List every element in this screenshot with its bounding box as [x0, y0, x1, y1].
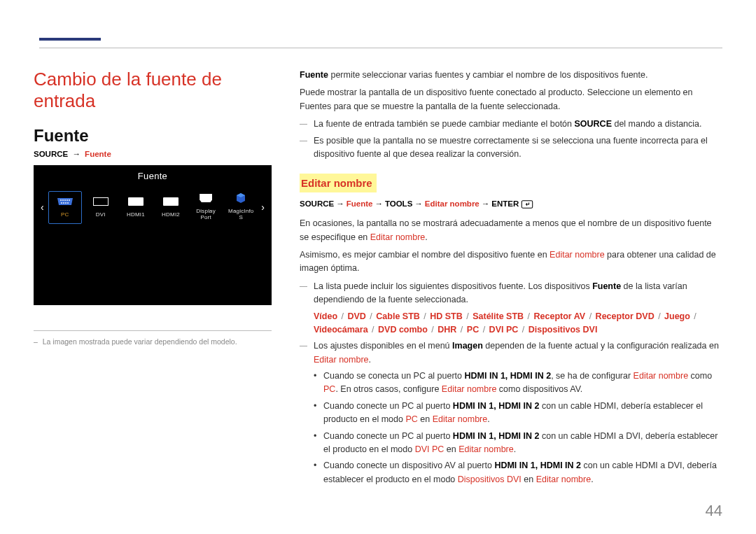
source-item-dvi[interactable]: DVI	[85, 192, 117, 223]
separator: /	[429, 325, 436, 335]
bullet-item: Cuando conecte un PC al puerto HDMI IN 1…	[314, 400, 722, 427]
source-selector-ui: Fuente ‹ PC DVI HDMI1	[34, 165, 272, 305]
separator: /	[458, 325, 465, 335]
source-item-label: PC	[61, 211, 69, 218]
separator: /	[464, 311, 471, 321]
svg-point-2	[62, 199, 64, 201]
separator: /	[370, 325, 377, 335]
para-3: En ocasiones, la pantalla no se mostrará…	[300, 217, 722, 244]
device-name: Videocámara	[314, 325, 368, 335]
right-column: Fuente permite seleccionar varias fuente…	[300, 69, 722, 489]
dash-item: Es posible que la pantalla no se muestre…	[300, 134, 722, 162]
breadcrumb-step-source: SOURCE	[34, 150, 68, 158]
para-2: Puede mostrar la pantalla de un disposit…	[300, 86, 722, 113]
source-item-hdmi2[interactable]: HDMI2	[155, 192, 187, 223]
left-rule	[34, 330, 272, 331]
source-item-label: DVI	[96, 211, 106, 218]
bullet-item: Cuando se conecta un PC al puerto HDMI I…	[314, 370, 722, 397]
source-item-displayport[interactable]: Display Port	[190, 188, 222, 226]
device-name: HD STB	[430, 311, 463, 321]
left-column: Cambio de la fuente de entrada Fuente SO…	[34, 69, 272, 489]
svg-point-9	[67, 202, 69, 204]
intro-accent: Fuente	[300, 70, 328, 80]
page-number: 44	[706, 502, 722, 520]
enter-icon	[521, 200, 533, 209]
source-item-label: HDMI2	[162, 211, 180, 218]
manual-page: Cambio de la fuente de entrada Fuente SO…	[0, 0, 756, 534]
separator: /	[519, 325, 526, 335]
device-list: Vídeo / DVD / Cable STB / HD STB / Satél…	[314, 310, 722, 337]
bullet-item: Cuando conecte un PC al puerto HDMI IN 1…	[314, 430, 722, 457]
chevron-left-icon[interactable]: ‹	[38, 202, 47, 213]
device-name: Receptor DVD	[596, 311, 654, 321]
device-name: Satélite STB	[472, 311, 524, 321]
arrow-icon: →	[414, 199, 423, 208]
svg-marker-0	[57, 198, 73, 205]
device-name: DVD combo	[378, 325, 428, 335]
svg-point-6	[61, 202, 62, 204]
dash-item: La fuente de entrada también se puede ca…	[300, 118, 722, 131]
svg-point-8	[65, 202, 66, 204]
dash-item: La lista puede incluir los siguientes di…	[300, 280, 722, 337]
device-name: DVI PC	[489, 325, 519, 335]
dash-item: Los ajustes disponibles en el menú Image…	[300, 339, 722, 486]
device-name: Vídeo	[314, 311, 337, 321]
device-name: Receptor AV	[534, 311, 586, 321]
intro-paragraph: Fuente permite seleccionar varias fuente…	[300, 69, 722, 82]
dvi-icon	[91, 196, 111, 207]
chevron-right-icon[interactable]: ›	[258, 202, 267, 213]
separator: /	[339, 311, 346, 321]
fuente-subtitle: Fuente	[34, 126, 272, 146]
source-items-row: ‹ PC DVI HDMI1	[34, 188, 272, 226]
para-4: Asimismo, es mejor cambiar el nombre del…	[300, 248, 722, 276]
device-name: PC	[467, 325, 479, 335]
arrow-icon: →	[482, 199, 490, 208]
dash-list-2: La lista puede incluir los siguientes di…	[300, 280, 722, 486]
separator: /	[525, 311, 532, 321]
top-rule	[39, 48, 722, 48]
breadcrumb-step-fuente: Fuente	[85, 150, 111, 158]
svg-point-1	[60, 199, 62, 201]
displayport-icon	[196, 192, 216, 204]
source-item-magicinfo[interactable]: MagicInfo S	[225, 188, 257, 226]
note-text: La imagen mostrada puede variar dependie…	[43, 337, 237, 346]
source-item-label: MagicInfo S	[227, 208, 254, 220]
bullet-item: Cuando conecte un dispositivo AV al puer…	[314, 459, 722, 486]
source-ui-title: Fuente	[34, 165, 272, 188]
arrow-icon: →	[336, 199, 344, 208]
device-name: DHR	[438, 325, 456, 335]
device-name: Cable STB	[376, 311, 420, 321]
separator: /	[692, 311, 696, 321]
dash-list-1: La fuente de entrada también se puede ca…	[300, 118, 722, 161]
section-accent-bar	[39, 38, 101, 41]
source-item-label: Display Port	[192, 208, 219, 220]
separator: /	[480, 325, 487, 335]
vga-icon	[55, 196, 75, 207]
separator: /	[421, 311, 428, 321]
device-name: DVD	[347, 311, 365, 321]
arrow-icon: →	[72, 150, 80, 158]
svg-point-4	[66, 199, 68, 201]
hdmi-icon	[161, 196, 181, 207]
content-columns: Cambio de la fuente de entrada Fuente SO…	[34, 69, 722, 489]
source-item-label: HDMI1	[127, 211, 145, 218]
hdmi-icon	[126, 196, 146, 207]
section-title: Cambio de la fuente de entrada	[34, 69, 272, 112]
editar-nombre-title: Editar nombre	[300, 174, 377, 192]
source-item-hdmi1[interactable]: HDMI1	[120, 192, 152, 223]
source-item-pc[interactable]: PC	[48, 191, 82, 224]
svg-point-3	[64, 199, 66, 201]
arrow-icon: →	[374, 199, 383, 208]
note-dash: –	[34, 337, 40, 346]
separator: /	[656, 311, 663, 321]
separator: /	[587, 311, 594, 321]
bullet-list: Cuando se conecta un PC al puerto HDMI I…	[314, 370, 722, 486]
device-name: Dispositivos DVI	[528, 325, 598, 335]
separator: /	[368, 311, 374, 321]
intro-rest: permite seleccionar varias fuentes y cam…	[328, 70, 648, 80]
device-name: Juego	[664, 311, 690, 321]
image-disclaimer-note: – La imagen mostrada puede variar depend…	[34, 337, 272, 347]
breadcrumb-editar: SOURCE→Fuente→TOOLS→Editar nombre→ENTER	[300, 198, 722, 211]
cube-icon	[231, 192, 251, 204]
breadcrumb-source: SOURCE → Fuente	[34, 150, 272, 158]
